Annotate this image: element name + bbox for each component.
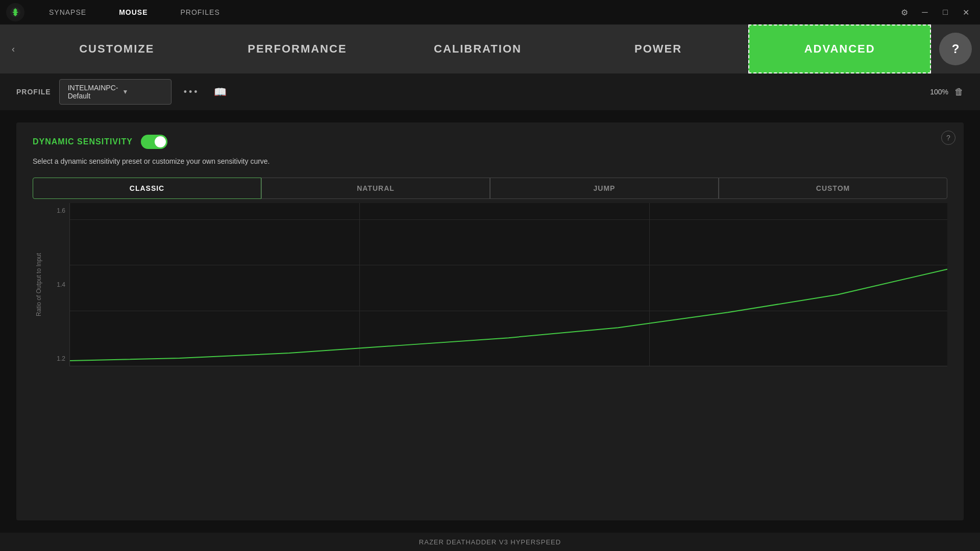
dynamic-sensitivity-description: Select a dynamic sensitivity preset or c… (33, 157, 947, 165)
chart-y-label: Ratio of Output to Input (33, 203, 45, 366)
razer-logo (6, 3, 24, 21)
nav-tab-synapse[interactable]: SYNAPSE (33, 0, 103, 24)
preset-jump[interactable]: JUMP (490, 178, 719, 199)
preset-classic[interactable]: CLASSIC (33, 178, 261, 199)
tab-advanced[interactable]: ADVANCED (748, 24, 931, 73)
y-tick-1.2: 1.2 (57, 355, 65, 362)
tab-prev-arrow[interactable]: ‹ (0, 24, 27, 73)
maximize-button[interactable]: □ (937, 4, 953, 20)
profile-label: PROFILE (16, 88, 51, 96)
nav-tab-profiles[interactable]: PROFILES (164, 0, 236, 24)
profile-more-button[interactable]: ••• (180, 85, 202, 99)
title-controls: ⚙ ─ □ ✕ (896, 4, 980, 20)
preset-custom[interactable]: CUSTOM (719, 178, 947, 199)
nav-tabs: SYNAPSE MOUSE PROFILES (33, 0, 896, 24)
tab-customize[interactable]: CUSTOMIZE (27, 24, 207, 73)
content: ? DYNAMIC SENSITIVITY Select a dynamic s… (0, 110, 980, 533)
toggle-knob (155, 136, 166, 147)
tab-items: CUSTOMIZE PERFORMANCE CALIBRATION POWER … (27, 24, 931, 73)
profile-dropdown[interactable]: INTELMAINPC-Default ▼ (59, 79, 172, 105)
settings-button[interactable]: ⚙ (896, 4, 913, 20)
titlebar: SYNAPSE MOUSE PROFILES ⚙ ─ □ ✕ (0, 0, 980, 24)
close-button[interactable]: ✕ (958, 4, 974, 20)
profilebar: PROFILE INTELMAINPC-Default ▼ ••• 📖 100%… (0, 73, 980, 110)
dropdown-arrow-icon: ▼ (122, 88, 162, 95)
chart-area: Ratio of Output to Input 1.6 1.4 1.2 (33, 203, 947, 366)
tab-calibration[interactable]: CALIBRATION (387, 24, 568, 73)
minimize-button[interactable]: ─ (917, 4, 933, 20)
battery-percentage: 100% (930, 88, 948, 96)
profile-selected: INTELMAINPC-Default (68, 84, 118, 100)
tab-performance[interactable]: PERFORMANCE (207, 24, 388, 73)
preset-natural[interactable]: NATURAL (261, 178, 490, 199)
footer: RAZER DEATHADDER V3 HYPERSPEED (0, 533, 980, 551)
chart-main[interactable] (69, 203, 947, 366)
profile-right: 100% 🗑 (930, 87, 964, 97)
sensitivity-curve (70, 203, 947, 366)
help-button[interactable]: ? (939, 33, 972, 65)
preset-buttons: CLASSIC NATURAL JUMP CUSTOM (33, 178, 947, 199)
nav-tab-mouse[interactable]: MOUSE (103, 0, 164, 24)
profile-book-button[interactable]: 📖 (210, 84, 231, 100)
dynamic-sensitivity-header: DYNAMIC SENSITIVITY (33, 135, 947, 149)
panel-help-button[interactable]: ? (941, 131, 955, 145)
panel: ? DYNAMIC SENSITIVITY Select a dynamic s… (16, 122, 964, 520)
dynamic-sensitivity-toggle[interactable] (141, 135, 167, 149)
dynamic-sensitivity-title: DYNAMIC SENSITIVITY (33, 137, 133, 146)
tabbar: ‹ CUSTOMIZE PERFORMANCE CALIBRATION POWE… (0, 24, 980, 73)
battery-icon: 🗑 (954, 87, 964, 97)
y-tick-1.4: 1.4 (57, 281, 65, 288)
y-tick-1.6: 1.6 (57, 207, 65, 214)
tab-power[interactable]: POWER (568, 24, 749, 73)
device-name: RAZER DEATHADDER V3 HYPERSPEED (419, 538, 561, 546)
chart-y-ticks: 1.6 1.4 1.2 (49, 203, 69, 366)
